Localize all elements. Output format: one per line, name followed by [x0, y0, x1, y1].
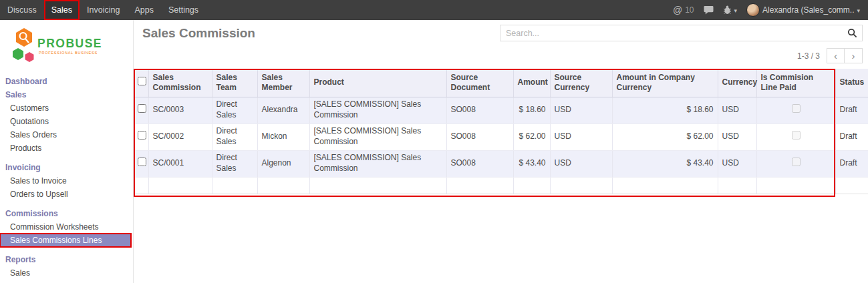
sidebar-item-quotations[interactable]: Quotations: [0, 115, 133, 128]
search-input[interactable]: [500, 29, 842, 38]
cell-amount-company: $ 43.40: [612, 150, 718, 177]
logo-title: PROBUSE: [37, 37, 102, 50]
cell-amount-company: $ 18.60: [612, 97, 718, 123]
topbar: Discuss Sales Invoicing Apps Settings 10…: [0, 0, 868, 20]
topbar-menu-settings[interactable]: Settings: [161, 0, 206, 20]
sidebar-item-sales-commissions-lines[interactable]: Sales Commissions Lines: [0, 234, 131, 247]
col-currency[interactable]: Currency: [718, 69, 756, 97]
topbar-right: 10 Alexandra (Sales_comm..: [673, 0, 868, 20]
sidebar-item-commission-worksheets[interactable]: Commission Worksheets: [0, 220, 133, 234]
row-select-checkbox[interactable]: [138, 104, 146, 113]
logo-hexagon-green: [13, 48, 23, 60]
cell-source-document: SO008: [446, 123, 513, 150]
cell-status: Draft: [835, 150, 868, 177]
sidebar-section-sales[interactable]: Sales: [0, 88, 133, 101]
col-source-document[interactable]: Source Document: [446, 69, 513, 97]
commission-list-view: Sales Commission Sales Team Sales Member…: [134, 69, 868, 194]
topbar-menu-invoicing[interactable]: Invoicing: [80, 0, 127, 20]
cell-source-document: SO008: [446, 150, 513, 177]
col-sales-member[interactable]: Sales Member: [257, 69, 309, 97]
paid-checkbox: [792, 131, 801, 139]
col-status[interactable]: Status: [835, 69, 868, 97]
sidebar-item-orders-to-upsell[interactable]: Orders to Upsell: [0, 188, 133, 201]
sidebar-section-invoicing[interactable]: Invoicing: [0, 161, 133, 174]
cell-sales-commission: SC/0003: [148, 97, 212, 123]
sidebar-item-products[interactable]: Products: [0, 142, 133, 155]
cell-status: Draft: [835, 123, 868, 150]
cell-sales-member: Mickon: [257, 123, 309, 150]
commission-table: Sales Commission Sales Team Sales Member…: [134, 69, 868, 194]
user-menu[interactable]: Alexandra (Sales_comm..: [746, 3, 860, 17]
logo-subtitle: PROFESSIONAL BUSINESS: [39, 51, 98, 55]
cell-source-currency: USD: [550, 150, 612, 177]
sidebar-item-reports-sales[interactable]: Sales: [0, 266, 133, 280]
cell-currency: USD: [718, 97, 756, 123]
col-is-commission-line-paid[interactable]: Is Commision Line Paid: [756, 69, 835, 97]
cell-source-currency: USD: [550, 123, 612, 150]
col-amount[interactable]: Amount: [513, 69, 550, 97]
search-icon: [847, 28, 857, 38]
cell-status: Draft: [835, 97, 868, 123]
cell-sales-member: Alexandra: [257, 97, 309, 123]
mention-count: 10: [685, 5, 694, 15]
select-all-checkbox[interactable]: [138, 77, 146, 85]
table-row[interactable]: SC/0003 Direct Sales Alexandra [SALES CO…: [134, 97, 868, 123]
sidebar-section-reports[interactable]: Reports: [0, 253, 133, 266]
bug-icon: [723, 5, 732, 15]
table-filler-row: [134, 177, 868, 194]
pager: 1-3 / 3: [797, 48, 863, 63]
cell-amount: $ 18.60: [513, 97, 550, 123]
sidebar-item-dashboard[interactable]: Dashboard: [0, 75, 133, 88]
cell-product: [SALES COMMISSION] Sales Commission: [309, 97, 446, 123]
sidebar-item-sales-to-invoice[interactable]: Sales to Invoice: [0, 174, 133, 188]
col-sales-team[interactable]: Sales Team: [212, 69, 257, 97]
cell-currency: USD: [718, 150, 756, 177]
cell-sales-team: Direct Sales: [212, 97, 257, 123]
table-row[interactable]: SC/0002 Direct Sales Mickon [SALES COMMI…: [134, 123, 868, 150]
col-sales-commission[interactable]: Sales Commission: [148, 69, 212, 97]
paid-checkbox: [792, 104, 801, 113]
cell-amount: $ 43.40: [513, 150, 550, 177]
page-title: Sales Commission: [142, 26, 255, 41]
chat-bubble-icon: [704, 5, 714, 15]
cell-sales-commission: SC/0001: [148, 150, 212, 177]
logo-hexagon-orange: [16, 28, 32, 47]
mentions-menu[interactable]: 10: [673, 5, 694, 15]
pager-range: 1-3 / 3: [797, 51, 820, 61]
chevron-down-icon: [857, 5, 860, 15]
search-button[interactable]: [842, 25, 862, 41]
sidebar: PROBUSE PROFESSIONAL BUSINESS Dashboard …: [0, 20, 134, 283]
cell-product: [SALES COMMISSION] Sales Commission: [309, 123, 446, 150]
table-header-row: Sales Commission Sales Team Sales Member…: [134, 69, 868, 97]
col-amount-company-currency[interactable]: Amount in Company Currency: [612, 69, 718, 97]
pager-next-button[interactable]: [845, 48, 863, 63]
col-product[interactable]: Product: [309, 69, 446, 97]
mention-icon: [673, 5, 682, 15]
search-box: [500, 25, 863, 41]
cell-sales-commission: SC/0002: [148, 123, 212, 150]
messages-menu[interactable]: [704, 5, 714, 15]
cell-source-document: SO008: [446, 97, 513, 123]
cell-amount-company: $ 62.00: [612, 123, 718, 150]
sidebar-nav: Dashboard Sales Customers Quotations Sal…: [0, 75, 133, 280]
logo-hexagon-red: [25, 52, 34, 62]
sidebar-item-customers[interactable]: Customers: [0, 101, 133, 115]
paid-checkbox: [792, 158, 801, 166]
user-label: Alexandra (Sales_comm..: [762, 5, 854, 15]
topbar-menu-sales[interactable]: Sales: [44, 0, 80, 20]
col-source-currency[interactable]: Source Currency: [550, 69, 612, 97]
topbar-menu-apps[interactable]: Apps: [127, 0, 161, 20]
sidebar-section-commissions[interactable]: Commissions: [0, 207, 133, 220]
probuse-logo: PROBUSE PROFESSIONAL BUSINESS: [0, 20, 133, 69]
cell-currency: USD: [718, 123, 756, 150]
row-select-checkbox[interactable]: [138, 131, 146, 139]
table-row[interactable]: SC/0001 Direct Sales Algenon [SALES COMM…: [134, 150, 868, 177]
cell-sales-team: Direct Sales: [212, 150, 257, 177]
topbar-menu-discuss[interactable]: Discuss: [0, 0, 44, 20]
pager-previous-button[interactable]: [827, 48, 845, 63]
sidebar-item-sales-orders[interactable]: Sales Orders: [0, 128, 133, 142]
cell-product: [SALES COMMISSION] Sales Commission: [309, 150, 446, 177]
chevron-down-icon: [734, 5, 738, 15]
activity-menu[interactable]: [723, 5, 738, 15]
row-select-checkbox[interactable]: [138, 158, 146, 166]
